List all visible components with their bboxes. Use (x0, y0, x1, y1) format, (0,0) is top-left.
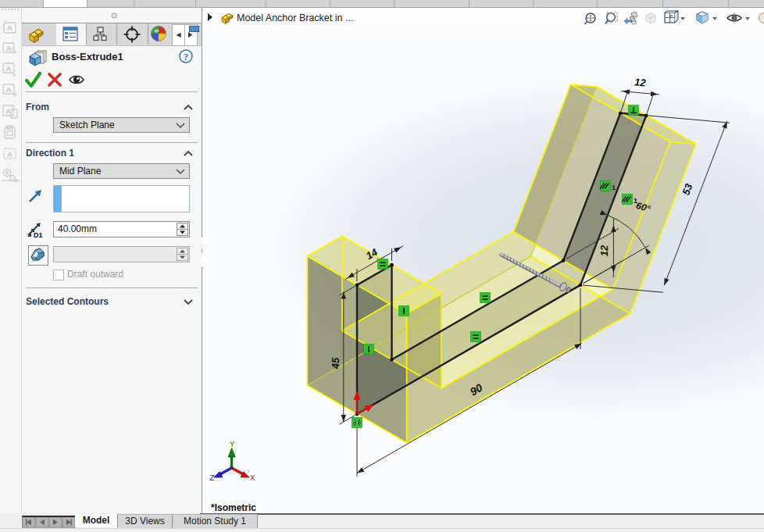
svg-text:X: X (250, 473, 255, 483)
svg-text:?: ? (184, 51, 189, 62)
svg-text:12: 12 (598, 245, 610, 256)
svg-text:*Isometric: *Isometric (211, 502, 256, 513)
svg-text:1: 1 (634, 197, 637, 205)
svg-text:1: 1 (612, 184, 616, 191)
svg-text:12: 12 (634, 76, 647, 88)
svg-text:A: A (7, 150, 12, 159)
svg-text:Model Anchor Bracket in ...: Model Anchor Bracket in ... (237, 12, 353, 23)
svg-text:A: A (7, 23, 12, 32)
svg-text:A: A (6, 45, 12, 52)
svg-text:Y: Y (230, 440, 235, 449)
svg-text:D1: D1 (34, 231, 43, 239)
svg-text:A: A (5, 108, 11, 116)
svg-text:A: A (6, 65, 12, 73)
svg-text:A: A (6, 86, 12, 94)
svg-text:Z: Z (209, 473, 215, 483)
svg-text:45: 45 (330, 357, 341, 370)
